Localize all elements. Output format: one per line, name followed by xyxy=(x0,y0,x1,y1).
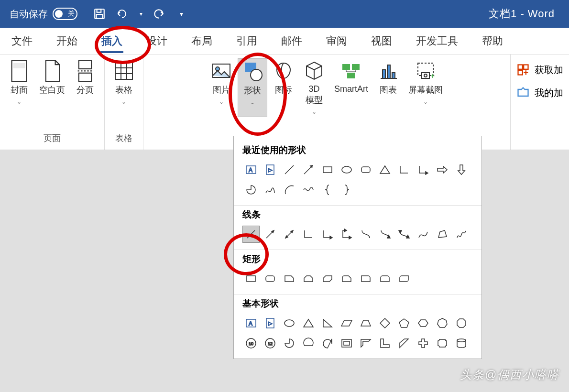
get-addins-button[interactable]: 获取加 xyxy=(516,63,563,76)
tab-mailings[interactable]: 邮件 xyxy=(278,32,305,50)
shape-rect-rounded[interactable] xyxy=(262,270,279,287)
shape-rectangle[interactable] xyxy=(319,161,336,178)
shape-oval[interactable] xyxy=(338,161,355,178)
shape-brace-left[interactable] xyxy=(319,181,336,198)
undo-dropdown[interactable]: ▾ xyxy=(140,11,142,17)
shape-rect-snip-diag[interactable] xyxy=(319,270,336,287)
shape-elbow-double-arrow[interactable] xyxy=(338,226,355,243)
shape-elbow-connector[interactable] xyxy=(300,226,317,243)
shape-rect-round1[interactable] xyxy=(357,270,374,287)
shape-teardrop[interactable] xyxy=(319,335,336,352)
shape-chord[interactable] xyxy=(300,335,317,352)
shapes-section-basic: 基本形状 A ▷ 10 12 xyxy=(234,294,481,359)
shape-plus[interactable] xyxy=(415,335,432,352)
tab-developer[interactable]: 开发工具 xyxy=(413,32,461,50)
shape-curve[interactable] xyxy=(415,226,432,243)
cover-page-button[interactable]: 封面 ⌄ xyxy=(5,58,33,107)
qat-customize[interactable]: ▾ xyxy=(180,10,183,18)
shape-curve-double-arrow[interactable] xyxy=(395,226,413,243)
shape-pentagon[interactable] xyxy=(395,315,413,332)
shape-hexagon[interactable] xyxy=(415,315,432,332)
tab-insert[interactable]: 插入 xyxy=(98,32,125,50)
svg-marker-71 xyxy=(341,320,352,326)
shape-pie[interactable] xyxy=(281,335,298,352)
save-button[interactable] xyxy=(92,6,107,22)
shape-plaque[interactable] xyxy=(434,335,451,352)
table-button[interactable]: 表格 ⌄ xyxy=(109,58,138,107)
shape-l-connector[interactable] xyxy=(395,161,413,178)
shape-down-arrow[interactable] xyxy=(453,161,470,178)
smartart-button[interactable]: SmartArt xyxy=(330,58,372,117)
shape-triangle[interactable] xyxy=(376,161,394,178)
shape-rect-round2-same[interactable] xyxy=(376,270,394,287)
icons-button[interactable]: 图标 xyxy=(269,58,298,117)
tab-design[interactable]: 设计 xyxy=(143,32,170,50)
shape-scribble[interactable] xyxy=(262,181,279,198)
autosave-toggle[interactable]: 自动保存 关 xyxy=(10,8,77,21)
shape-rounded-rect[interactable] xyxy=(357,161,374,178)
shape-trapezoid[interactable] xyxy=(357,315,374,332)
shapes-button[interactable]: 形状 ⌄ xyxy=(238,58,267,117)
tab-home[interactable]: 开始 xyxy=(54,32,80,50)
tab-view[interactable]: 视图 xyxy=(368,32,395,50)
toggle-switch[interactable]: 关 xyxy=(53,8,77,20)
shape-half-frame[interactable] xyxy=(357,335,374,352)
shape-right-arrow[interactable] xyxy=(434,161,451,178)
tab-references[interactable]: 引用 xyxy=(233,32,260,50)
shape-textbox[interactable]: A xyxy=(242,161,260,178)
blank-page-button[interactable]: 空白页 xyxy=(35,58,69,107)
page-break-button[interactable]: 分页 xyxy=(71,58,99,107)
shape-rect-round2-diag[interactable] xyxy=(395,270,413,287)
shape-curve-arrow[interactable] xyxy=(376,226,394,243)
shape-diamond[interactable] xyxy=(376,315,394,332)
shape-freeform[interactable] xyxy=(434,226,451,243)
shape-decagon[interactable]: 10 xyxy=(242,335,260,352)
my-addins-button[interactable]: 我的加 xyxy=(516,86,563,99)
shape-wave[interactable] xyxy=(300,181,317,198)
shape-line-double-arrow[interactable] xyxy=(281,226,298,243)
shape-line[interactable] xyxy=(242,226,260,243)
tab-file[interactable]: 文件 xyxy=(9,32,35,50)
chart-button[interactable]: 图表 xyxy=(374,58,403,117)
shape-curve-connector[interactable] xyxy=(357,226,374,243)
shape-rect-snip-round[interactable] xyxy=(338,270,355,287)
svg-rect-21 xyxy=(383,70,385,78)
shape-parallelogram[interactable] xyxy=(338,315,355,332)
pictures-button[interactable]: 图片 ⌄ xyxy=(207,58,236,117)
shape-oval[interactable] xyxy=(281,315,298,332)
shape-arc[interactable] xyxy=(281,181,298,198)
redo-button[interactable] xyxy=(151,6,166,22)
shape-pie[interactable] xyxy=(242,181,260,198)
shape-rect-snip2[interactable] xyxy=(300,270,317,287)
shape-textbox[interactable]: A xyxy=(242,315,260,332)
screenshot-button[interactable]: + 屏幕截图 ⌄ xyxy=(405,58,447,117)
icons-icon xyxy=(273,60,294,81)
shape-textbox-v[interactable]: ▷ xyxy=(262,315,279,332)
shape-brace-right[interactable] xyxy=(338,181,355,198)
shape-elbow-arrow[interactable] xyxy=(319,226,336,243)
shape-line-arrow[interactable] xyxy=(300,161,317,178)
shape-l-shape[interactable] xyxy=(376,335,394,352)
shape-dodecagon[interactable]: 12 xyxy=(262,335,279,352)
shape-textbox-vertical[interactable]: ▷ xyxy=(262,161,279,178)
shape-diag-stripe[interactable] xyxy=(395,335,413,352)
shape-octagon[interactable] xyxy=(453,315,470,332)
shape-right-triangle[interactable] xyxy=(319,315,336,332)
shape-line-arrow[interactable] xyxy=(262,226,279,243)
shape-line[interactable] xyxy=(281,161,298,178)
undo-button[interactable] xyxy=(116,6,131,22)
shape-scribble[interactable] xyxy=(453,226,470,243)
shape-heptagon[interactable] xyxy=(434,315,451,332)
shape-rect[interactable] xyxy=(242,270,260,287)
tab-review[interactable]: 审阅 xyxy=(323,32,350,50)
shape-can[interactable] xyxy=(453,335,470,352)
shape-rect-snip1[interactable] xyxy=(281,270,298,287)
tab-layout[interactable]: 布局 xyxy=(188,32,215,50)
shape-frame[interactable] xyxy=(338,335,355,352)
3d-models-button[interactable]: 3D 模型 ⌄ xyxy=(300,58,328,117)
shape-l-arrow[interactable] xyxy=(415,161,432,178)
svg-rect-59 xyxy=(247,276,255,282)
svg-marker-58 xyxy=(438,230,447,238)
tab-help[interactable]: 帮助 xyxy=(479,32,506,50)
shape-triangle[interactable] xyxy=(300,315,317,332)
